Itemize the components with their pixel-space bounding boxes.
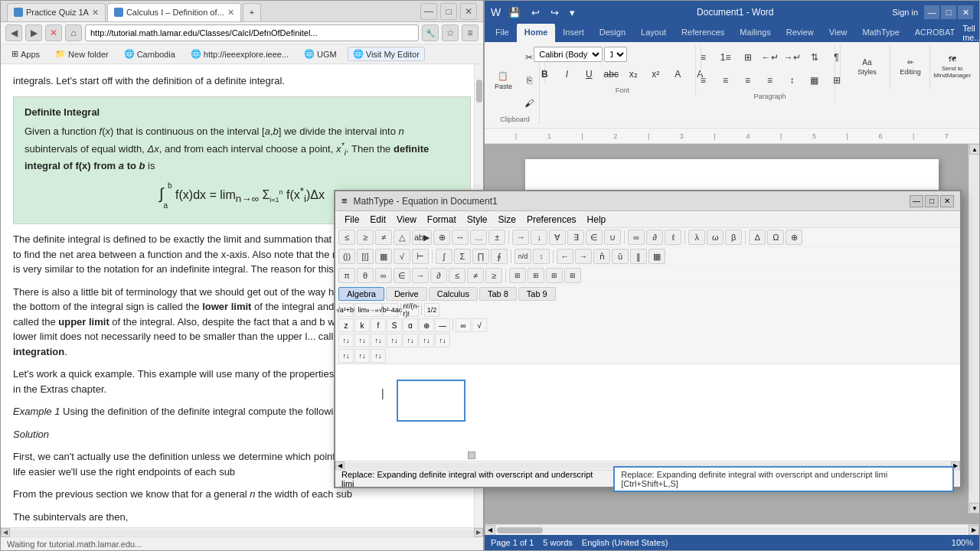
btn-Omega[interactable]: Ω: [767, 230, 784, 245]
menu-file[interactable]: File: [340, 213, 364, 227]
btn-vec[interactable]: ū: [612, 249, 629, 264]
btn-geq2[interactable]: ≥: [485, 268, 502, 283]
align-center-btn[interactable]: ≡: [715, 70, 737, 91]
word-maximize[interactable]: □: [941, 5, 956, 19]
btn-arr7[interactable]: ↑↓: [435, 334, 450, 347]
word-h-scrollbar[interactable]: ◀ ▶: [485, 524, 979, 535]
tmpl-s[interactable]: S: [387, 318, 402, 332]
tmpl-dash[interactable]: —: [435, 318, 450, 332]
justify-btn[interactable]: ≡: [760, 70, 781, 91]
tmpl-frac1[interactable]: n!/(n-r)!: [403, 303, 419, 317]
btn-neq[interactable]: ≠: [375, 230, 392, 245]
mathtype-equation-box[interactable]: [397, 380, 466, 422]
btn-arr1[interactable]: ↑↓: [338, 334, 354, 347]
sign-in[interactable]: Sign in: [892, 8, 918, 17]
h-scroll-right[interactable]: ▶: [969, 525, 979, 536]
word-minimize[interactable]: —: [924, 5, 939, 19]
menu-style[interactable]: Style: [462, 213, 492, 227]
menu-help[interactable]: Help: [583, 213, 611, 227]
bullets-btn[interactable]: ≡: [693, 47, 714, 68]
btn-leftarrow2[interactable]: ←: [557, 249, 573, 264]
bookmark-cambodia[interactable]: 🌐 Cambodia: [119, 47, 180, 60]
ribbon-tab-insert[interactable]: Insert: [555, 24, 592, 42]
btn-infty[interactable]: ∞: [628, 230, 645, 245]
tmpl-alpha[interactable]: α: [403, 318, 418, 332]
minimize-browser[interactable]: —: [420, 3, 437, 20]
btn-nhat[interactable]: n̂: [593, 249, 610, 264]
btn-geq[interactable]: ≥: [357, 230, 374, 245]
ribbon-tab-acrobat[interactable]: ACROBAT: [907, 24, 962, 42]
clear-format-btn[interactable]: A: [667, 64, 688, 85]
tab-tab9[interactable]: Tab 9: [518, 287, 556, 301]
ribbon-tab-design[interactable]: Design: [592, 24, 633, 42]
btn-in[interactable]: ∈: [394, 268, 410, 283]
shading-btn[interactable]: ▦: [804, 70, 825, 91]
address-bar[interactable]: [85, 24, 419, 41]
underline-btn[interactable]: U: [578, 64, 599, 85]
btn-plusminus[interactable]: ±: [488, 230, 505, 245]
btn-partial[interactable]: ∂: [646, 230, 663, 245]
tmpl-infty3[interactable]: ∞: [456, 318, 471, 332]
btn-omega[interactable]: ω: [707, 230, 724, 245]
sort-btn[interactable]: ⇅: [804, 47, 825, 68]
close-browser[interactable]: ✕: [460, 3, 477, 20]
v-scroll-track[interactable]: [969, 155, 979, 503]
btn-cup[interactable]: ∪: [604, 230, 621, 245]
btn-arr4[interactable]: ↑↓: [387, 334, 402, 347]
btn-mixed[interactable]: ↕: [533, 249, 550, 264]
btn-leq[interactable]: ≤: [338, 230, 355, 245]
ribbon-tab-review[interactable]: Review: [779, 24, 822, 42]
tmpl-sqrt2[interactable]: √: [472, 318, 487, 332]
btn-matrix[interactable]: ▦: [375, 249, 392, 264]
h-scroll-thumb[interactable]: [497, 527, 543, 533]
btn-arr9[interactable]: ↑↓: [354, 349, 370, 363]
ribbon-tab-file[interactable]: File: [488, 24, 517, 42]
btn-abvec[interactable]: ab▶: [412, 230, 432, 245]
refresh-button[interactable]: ✕: [45, 24, 62, 41]
tmpl-half[interactable]: 1/2: [424, 303, 439, 317]
subscript-btn[interactable]: x₂: [622, 64, 644, 85]
btn-trig-matrix[interactable]: ▦: [648, 249, 665, 264]
bookmark-new-folder[interactable]: 📁 New folder: [51, 47, 113, 60]
ribbon-tab-references[interactable]: References: [674, 24, 732, 42]
btn-theta[interactable]: θ: [357, 268, 374, 283]
redo-btn[interactable]: ↪: [547, 5, 562, 20]
ribbon-tab-view[interactable]: View: [822, 24, 855, 42]
tell-me[interactable]: Tell me...: [962, 24, 980, 42]
btn-triangle[interactable]: △: [394, 230, 410, 245]
extensions-button[interactable]: 🔧: [422, 24, 439, 41]
btn-downarrow[interactable]: ↓: [531, 230, 547, 245]
editing-btn[interactable]: ✏ Editing: [897, 47, 924, 86]
star-button[interactable]: ☆: [442, 24, 459, 41]
btn-grid2[interactable]: ⊞: [528, 268, 544, 283]
btn-plusminus-circle[interactable]: ⊕: [433, 230, 450, 245]
btn-integral[interactable]: ∫: [436, 249, 452, 264]
forward-button[interactable]: ▶: [25, 24, 42, 41]
menu-button[interactable]: ≡: [462, 24, 479, 41]
v-scroll-up[interactable]: ▲: [969, 144, 979, 155]
bookmark-visit-my-editor[interactable]: 🌐 Visit My Editor: [348, 47, 425, 61]
btn-pi[interactable]: π: [338, 268, 355, 283]
mathtype-minimize[interactable]: —: [910, 195, 923, 207]
btn-ell[interactable]: ℓ: [665, 230, 681, 245]
btn-grid3[interactable]: ⊞: [546, 268, 563, 283]
btn-arrow3[interactable]: →: [412, 268, 429, 283]
tab-derive[interactable]: Derive: [386, 287, 427, 301]
line-spacing-btn[interactable]: ↕: [782, 70, 803, 91]
scroll-right-btn[interactable]: ▶: [474, 528, 483, 537]
italic-btn[interactable]: I: [556, 64, 577, 85]
btn-beta[interactable]: β: [725, 230, 742, 245]
mathtype-maximize[interactable]: □: [925, 195, 939, 207]
mathtype-close[interactable]: ✕: [940, 195, 954, 207]
indent-inc-btn[interactable]: →↵: [782, 47, 803, 68]
menu-edit[interactable]: Edit: [365, 213, 390, 227]
tab-practice-quiz[interactable]: Practice Quiz 1A ✕: [7, 3, 106, 21]
menu-size[interactable]: Size: [494, 213, 521, 227]
menu-format[interactable]: Format: [423, 213, 461, 227]
customize-btn[interactable]: ▾: [567, 5, 578, 20]
v-scroll-down[interactable]: ▼: [969, 503, 979, 514]
tmpl-lim[interactable]: limx→∞: [354, 303, 382, 317]
tab-algebra[interactable]: Algebra: [338, 287, 384, 301]
h-scroll-track[interactable]: [497, 527, 967, 533]
tmpl-z[interactable]: z: [338, 318, 354, 332]
